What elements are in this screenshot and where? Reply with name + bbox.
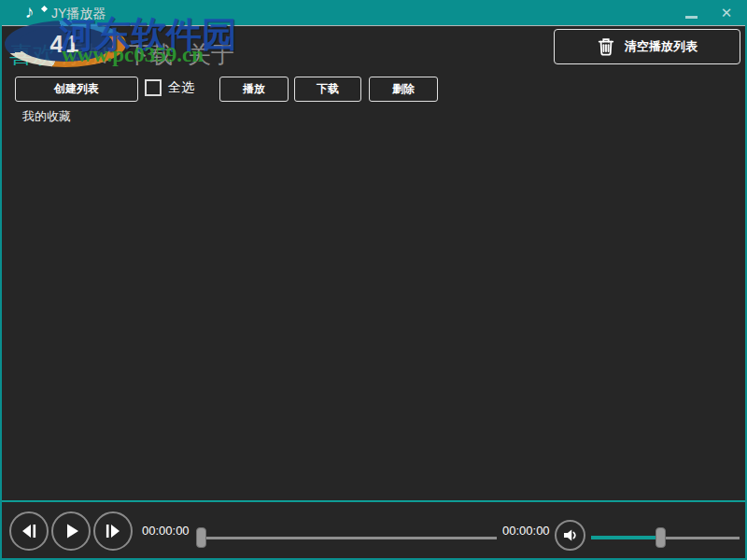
- elapsed-time: 00:00:00: [142, 502, 190, 558]
- minimize-button[interactable]: [676, 0, 706, 26]
- playlist-item-my-favorites[interactable]: 我的收藏: [22, 108, 71, 125]
- progress-slider[interactable]: [196, 502, 497, 558]
- volume-handle[interactable]: [655, 527, 666, 548]
- volume-fill: [591, 536, 661, 539]
- mute-button[interactable]: [555, 520, 585, 551]
- delete-selected-button[interactable]: 删除: [369, 77, 438, 102]
- download-selected-button[interactable]: 下载: [294, 77, 361, 102]
- tab-download[interactable]: 下载: [126, 39, 173, 70]
- clear-playlist-button[interactable]: 清空播放列表: [554, 29, 740, 64]
- play-selected-button[interactable]: 播放: [219, 77, 289, 102]
- select-all-checkbox[interactable]: [145, 79, 162, 96]
- previous-track-button[interactable]: [9, 511, 49, 551]
- play-pause-button[interactable]: [51, 511, 91, 551]
- select-all-label: 全选: [168, 79, 194, 96]
- play-icon: [61, 521, 81, 541]
- trash-icon: [597, 36, 615, 57]
- next-track-button[interactable]: [93, 511, 133, 551]
- tab-about[interactable]: 关于: [188, 39, 234, 70]
- next-icon: [103, 521, 123, 541]
- clear-playlist-label: 清空播放列表: [625, 38, 698, 55]
- close-icon: ✕: [721, 5, 733, 21]
- titlebar: ♪ JY播放器 ✕: [0, 0, 747, 26]
- music-note-star-icon: [41, 6, 48, 12]
- tab-add[interactable]: 添加: [62, 39, 108, 70]
- minimize-icon: [685, 16, 698, 19]
- volume-slider[interactable]: [591, 502, 740, 558]
- progress-track[interactable]: [196, 537, 497, 539]
- previous-icon: [19, 521, 39, 541]
- create-list-button[interactable]: 创建列表: [15, 77, 138, 102]
- speaker-icon: [561, 526, 579, 544]
- window-title: JY播放器: [51, 0, 106, 26]
- total-time: 00:00:00: [502, 502, 550, 558]
- tab-favorites[interactable]: 喜欢: [9, 39, 56, 70]
- player-bar: 00:00:00 00:00:00: [2, 500, 745, 558]
- progress-handle[interactable]: [196, 527, 206, 548]
- app-window: ♪ JY播放器 ✕ 喜欢 添加 下载 关于 清空播放列表 创建列表 全选 播放 …: [0, 0, 747, 560]
- close-button[interactable]: ✕: [712, 0, 741, 26]
- music-note-icon: ♪: [25, 2, 35, 22]
